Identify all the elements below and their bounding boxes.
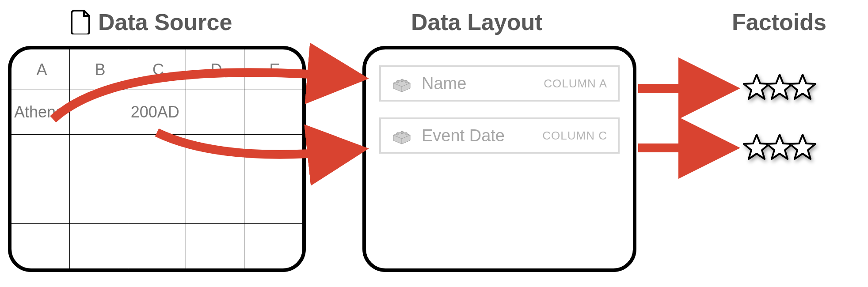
layout-field-label: Event Date xyxy=(422,126,505,145)
data-source-table: A B C D E Athens 200AD xyxy=(11,49,302,268)
cell xyxy=(11,224,70,268)
svg-point-3 xyxy=(396,132,399,135)
layout-field-name: Name COLUMN A xyxy=(379,65,620,102)
cell xyxy=(186,224,244,268)
cell xyxy=(70,179,128,224)
heading-data-source-text: Data Source xyxy=(98,9,232,35)
cell xyxy=(244,224,302,268)
heading-data-layout: Data Layout xyxy=(411,9,543,35)
factoid-stars xyxy=(742,73,817,101)
cell xyxy=(11,135,70,179)
table-row xyxy=(11,224,302,268)
file-icon xyxy=(71,10,92,34)
svg-point-5 xyxy=(405,132,407,135)
data-layout-panel: Name COLUMN A Event Date COLUMN C xyxy=(362,46,636,272)
layout-field-column: COLUMN A xyxy=(544,77,607,91)
cell xyxy=(70,224,128,268)
block-icon xyxy=(392,73,412,94)
cell: Athens xyxy=(11,90,70,135)
col-header: C xyxy=(128,49,186,90)
table-row xyxy=(11,179,302,224)
svg-point-1 xyxy=(401,79,404,82)
factoid-stars xyxy=(742,133,817,161)
block-icon xyxy=(392,125,412,146)
col-header: B xyxy=(70,49,128,90)
heading-data-source: Data Source xyxy=(71,9,232,35)
cell xyxy=(128,135,186,179)
cell xyxy=(11,179,70,224)
layout-field-column: COLUMN C xyxy=(542,129,607,143)
cell xyxy=(244,135,302,179)
svg-point-2 xyxy=(405,80,407,83)
col-header: E xyxy=(244,49,302,90)
heading-data-layout-text: Data Layout xyxy=(411,9,543,35)
table-row: Athens 200AD xyxy=(11,90,302,135)
cell xyxy=(186,90,244,135)
layout-field-label: Name xyxy=(422,74,466,93)
heading-factoids-text: Factoids xyxy=(732,9,826,35)
cell xyxy=(70,135,128,179)
cell xyxy=(186,135,244,179)
cell xyxy=(186,179,244,224)
cell xyxy=(128,224,186,268)
cell xyxy=(244,179,302,224)
cell xyxy=(70,90,128,135)
svg-point-0 xyxy=(396,80,399,83)
heading-factoids: Factoids xyxy=(732,9,826,35)
cell: 200AD xyxy=(128,90,186,135)
table-row xyxy=(11,135,302,179)
col-header: D xyxy=(186,49,244,90)
cell xyxy=(128,179,186,224)
cell xyxy=(244,90,302,135)
table-header-row: A B C D E xyxy=(11,49,302,90)
svg-point-4 xyxy=(401,131,404,134)
col-header: A xyxy=(11,49,70,90)
layout-field-event-date: Event Date COLUMN C xyxy=(379,117,620,154)
data-source-panel: A B C D E Athens 200AD xyxy=(8,46,306,272)
